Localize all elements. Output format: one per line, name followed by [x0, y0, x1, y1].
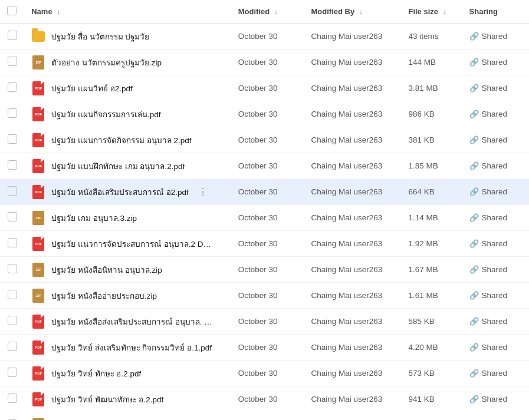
- checkbox[interactable]: [8, 393, 17, 403]
- context-menu-button[interactable]: ⋮: [195, 185, 211, 199]
- table-row[interactable]: PDF ปฐมวัย หนังสือเสริมประสบการณ์ อ2.pdf…: [0, 179, 529, 205]
- file-modified-by: Chaing Mai user263: [304, 283, 402, 309]
- file-name-text[interactable]: ปฐมวัย เกม อนุบาล.3.zip: [51, 211, 137, 224]
- sharing-label: Shared: [482, 84, 508, 92]
- table-row[interactable]: PDF ปฐมวัย วิทย์ ทักษะ อ.2.pdf October 3…: [0, 361, 529, 386]
- file-name-text[interactable]: ปฐมวัย แผนกิจกรรมการเล่น.pdf: [51, 108, 160, 121]
- file-name-text[interactable]: ตัวอย่าง นวัตกรรมครูปฐมวัย.zip: [51, 56, 162, 69]
- file-size: 3.81 MB: [401, 75, 462, 101]
- row-checkbox[interactable]: [0, 153, 24, 179]
- table-row[interactable]: ZIP ปฐมวัย เกม อนุบาล.3.zip October 30Ch…: [0, 205, 529, 231]
- checkbox[interactable]: [8, 342, 17, 351]
- checkbox[interactable]: [8, 264, 17, 273]
- sharing-label: Shared: [482, 135, 508, 144]
- file-modified-date: October 30: [231, 127, 304, 153]
- pdf-icon-wrapper: PDF: [31, 185, 45, 199]
- file-name-text[interactable]: ปฐมวัย หนังสืออ่ายประกอบ.zip: [51, 289, 157, 302]
- file-name-text[interactable]: ปฐมวัย วิทย์ ส่งเสริมทักษะ กิจกรรมวิทย์ …: [51, 341, 212, 354]
- file-modified-date: October 30: [231, 309, 304, 335]
- share-icon: 🔗: [469, 187, 479, 196]
- file-size: 1.14 MB: [401, 205, 462, 231]
- checkbox[interactable]: [8, 316, 17, 325]
- row-checkbox[interactable]: [0, 412, 24, 421]
- row-checkbox[interactable]: [0, 179, 24, 205]
- table-row[interactable]: PDF ปฐมวัย วิทย์ พัฒนาทักษะ อ.2.pdf Octo…: [0, 386, 529, 412]
- col-header-modified-by[interactable]: Modified By ↓: [304, 0, 402, 24]
- name-sort-icon: ↓: [57, 7, 61, 16]
- file-name-text[interactable]: ปฐมวัย หนังสือส่งเสริมประสบการณ์ อนุบาล.…: [51, 315, 216, 328]
- table-row[interactable]: ZIP ปฐมวัย หนังสืออ่ายประกอบ.zip October…: [0, 283, 529, 309]
- file-size: 573 KB: [401, 361, 462, 386]
- checkbox[interactable]: [8, 82, 17, 92]
- row-checkbox[interactable]: [0, 231, 24, 257]
- table-row[interactable]: ZIP ปฐมวัย หนังสือนิทาน อนุบาล.zip Octob…: [0, 257, 529, 283]
- row-checkbox[interactable]: [0, 361, 24, 386]
- file-size: 1.61 MB: [401, 283, 462, 309]
- file-modified-by: Chaing Mai user263: [304, 257, 402, 283]
- sharing-label: Shared: [482, 265, 508, 274]
- table-row[interactable]: PDF ปฐมวัย แผนวิทย์ อ2.pdf October 30Cha…: [0, 75, 529, 101]
- select-all-checkbox[interactable]: [0, 0, 24, 24]
- file-modified-date: October 30: [231, 49, 304, 75]
- checkbox[interactable]: [8, 290, 17, 299]
- checkbox[interactable]: [8, 160, 17, 170]
- file-size: 1.92 MB: [401, 231, 462, 257]
- file-name-text[interactable]: ปฐมวัย หนังสือนิทาน อนุบาล.zip: [51, 263, 162, 276]
- file-name-text[interactable]: ปฐมวัย แผนวิทย์ อ2.pdf: [51, 82, 133, 95]
- col-header-file-size[interactable]: File size ↓: [401, 0, 462, 24]
- row-checkbox[interactable]: [0, 335, 24, 361]
- row-checkbox[interactable]: [0, 205, 24, 231]
- sharing-label: Shared: [482, 110, 508, 118]
- zip-icon: ZIP: [32, 418, 44, 421]
- row-checkbox[interactable]: [0, 75, 24, 101]
- file-name-text[interactable]: ปฐมวัย แผนการจัดกิจกรรม อนุบาล 2.pdf: [51, 134, 191, 147]
- table-row[interactable]: PDF ปฐมวัย แบบฝึกทักษะ เกม อนุบาล.2.pdf …: [0, 153, 529, 179]
- file-modified-date: October 30: [231, 24, 304, 49]
- row-checkbox[interactable]: [0, 257, 24, 283]
- pdf-icon: PDF: [32, 315, 44, 329]
- row-checkbox[interactable]: [0, 101, 24, 127]
- checkbox[interactable]: [8, 368, 17, 377]
- file-name-text[interactable]: ปฐมวัย แนวการจัดประสบการณ์ อนุบาล.2 DD.p…: [51, 237, 216, 250]
- row-checkbox[interactable]: [0, 49, 24, 75]
- table-row[interactable]: PDF ปฐมวัย หนังสือส่งเสริมประสบการณ์ อนุ…: [0, 309, 529, 335]
- file-modified-date: October 30: [231, 412, 304, 421]
- table-row[interactable]: ZIP ปรมวัย สือนะ ชุดกิจกรรม อนุบาล1.zip …: [0, 412, 529, 421]
- table-row[interactable]: ปฐมวัย สื่อ นวัตกรรม ปฐมวัย October 30Ch…: [0, 24, 529, 49]
- file-size: 986 KB: [401, 101, 462, 127]
- row-checkbox[interactable]: [0, 283, 24, 309]
- file-modified-date: October 30: [231, 231, 304, 257]
- col-header-name[interactable]: Name ↓: [24, 0, 231, 24]
- row-checkbox[interactable]: [0, 24, 24, 49]
- row-checkbox[interactable]: [0, 386, 24, 412]
- table-row[interactable]: PDF ปฐมวัย แนวการจัดประสบการณ์ อนุบาล.2 …: [0, 231, 529, 257]
- checkbox[interactable]: [8, 108, 17, 118]
- checkbox[interactable]: [8, 238, 17, 247]
- row-checkbox[interactable]: [0, 127, 24, 153]
- file-name-text[interactable]: ปฐมวัย วิทย์ พัฒนาทักษะ อ.2.pdf: [51, 393, 163, 406]
- table-row[interactable]: PDF ปฐมวัย วิทย์ ส่งเสริมทักษะ กิจกรรมวิ…: [0, 335, 529, 361]
- pdf-icon-wrapper: PDF: [31, 340, 45, 355]
- checkbox[interactable]: [8, 57, 17, 66]
- checkbox[interactable]: [8, 212, 17, 221]
- file-name-text[interactable]: ปฐมวัย แบบฝึกทักษะ เกม อนุบาล.2.pdf: [51, 160, 185, 173]
- checkbox[interactable]: [8, 186, 17, 196]
- checkbox[interactable]: [8, 134, 17, 144]
- table-row[interactable]: ZIP ตัวอย่าง นวัตกรรมครูปฐมวัย.zip Octob…: [0, 49, 529, 75]
- table-row[interactable]: PDF ปฐมวัย แผนการจัดกิจกรรม อนุบาล 2.pdf…: [0, 127, 529, 153]
- table-row[interactable]: PDF ปฐมวัย แผนกิจกรรมการเล่น.pdf October…: [0, 101, 529, 127]
- file-name-text[interactable]: ปฐมวัย วิทย์ ทักษะ อ.2.pdf: [51, 367, 141, 380]
- pdf-icon-wrapper: PDF: [31, 159, 45, 173]
- file-sharing: 🔗 Shared: [462, 179, 529, 205]
- zip-icon: ZIP: [32, 55, 44, 70]
- file-sharing: 🔗 Shared: [462, 412, 529, 421]
- checkbox[interactable]: [8, 31, 17, 40]
- modified-by-sort-icon: ↓: [359, 7, 363, 16]
- row-checkbox[interactable]: [0, 309, 24, 335]
- file-name-text[interactable]: ปฐมวัย หนังสือเสริมประสบการณ์ อ2.pdf: [51, 186, 189, 199]
- pdf-icon: PDF: [32, 366, 44, 381]
- col-header-modified[interactable]: Modified ↓: [231, 0, 304, 24]
- file-sharing: 🔗 Shared: [462, 205, 529, 231]
- file-name-text[interactable]: ปฐมวัย สื่อ นวัตกรรม ปฐมวัย: [51, 30, 149, 43]
- file-modified-date: October 30: [231, 101, 304, 127]
